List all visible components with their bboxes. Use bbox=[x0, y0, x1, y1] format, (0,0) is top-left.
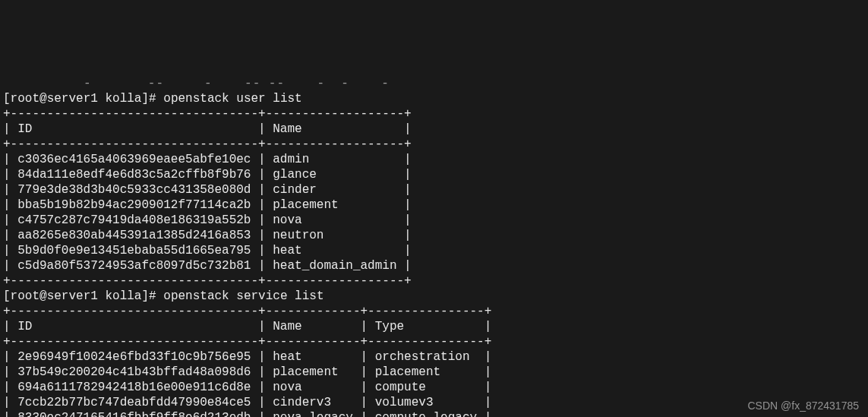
prompt-line-1[interactable]: [root@server1 kolla]# openstack user lis… bbox=[3, 92, 302, 106]
watermark: CSDN @fx_872431785 bbox=[747, 400, 859, 413]
user-table: +----------------------------------+----… bbox=[3, 107, 412, 288]
terminal-output: - -- - -- -- - - - [root@server1 kolla]#… bbox=[3, 61, 865, 417]
prompt-cwd: kolla bbox=[105, 289, 141, 303]
prompt-user: root bbox=[11, 92, 39, 106]
prompt-host: server1 bbox=[47, 92, 98, 106]
prompt-user: root bbox=[11, 289, 39, 303]
service-table: +----------------------------------+----… bbox=[3, 305, 491, 417]
prompt-line-2[interactable]: [root@server1 kolla]# openstack service … bbox=[3, 289, 324, 303]
prompt-host: server1 bbox=[47, 289, 98, 303]
command-text: openstack service list bbox=[163, 289, 324, 303]
command-text: openstack user list bbox=[163, 92, 301, 106]
prompt-cwd: kolla bbox=[105, 92, 141, 106]
clipped-line: - -- - -- -- - - - bbox=[3, 77, 390, 90]
